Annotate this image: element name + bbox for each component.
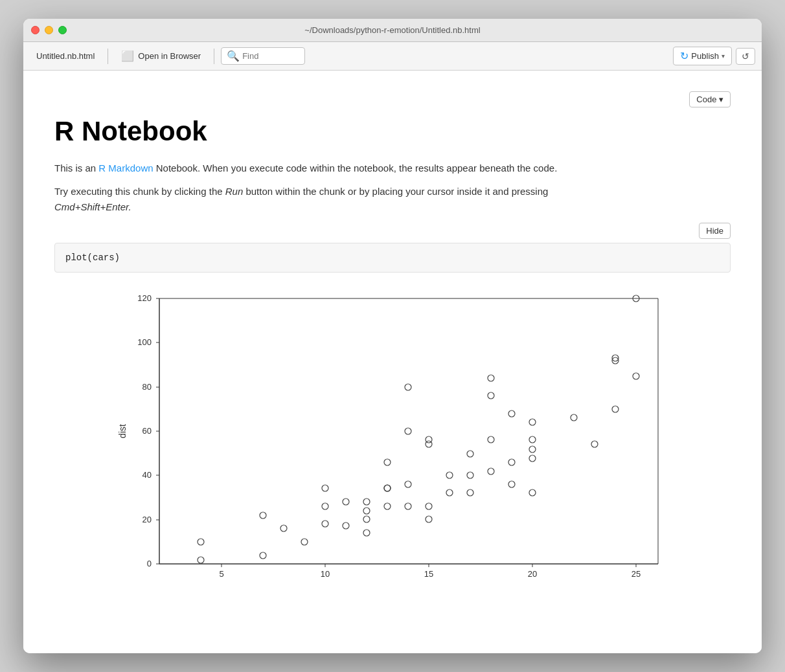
- svg-point-59: [467, 472, 473, 478]
- notebook-title: R Notebook: [54, 115, 731, 148]
- traffic-lights: [31, 26, 67, 34]
- svg-point-34: [301, 539, 308, 545]
- svg-point-68: [529, 489, 536, 496]
- svg-point-62: [488, 436, 494, 443]
- svg-text:40: 40: [142, 470, 152, 480]
- svg-point-67: [508, 410, 515, 417]
- search-input[interactable]: [242, 51, 299, 61]
- svg-text:20: 20: [142, 515, 152, 524]
- svg-point-73: [571, 414, 577, 421]
- svg-point-41: [363, 516, 370, 522]
- svg-point-49: [405, 481, 411, 487]
- svg-point-30: [198, 539, 204, 545]
- svg-point-53: [426, 503, 432, 510]
- svg-point-55: [426, 436, 432, 443]
- svg-point-37: [322, 485, 328, 491]
- file-tab[interactable]: Untitled.nb.html: [30, 49, 101, 63]
- svg-text:60: 60: [142, 426, 152, 436]
- svg-text:80: 80: [142, 382, 152, 392]
- svg-text:100: 100: [137, 337, 152, 347]
- svg-point-57: [446, 472, 453, 478]
- app-window: ~/Downloads/python-r-emotion/Untitled.nb…: [23, 19, 762, 653]
- publish-button[interactable]: ↻ Publish ▾: [673, 47, 732, 65]
- svg-text:10: 10: [321, 569, 330, 579]
- search-box[interactable]: 🔍: [221, 47, 305, 65]
- svg-text:120: 120: [137, 293, 152, 303]
- svg-text:15: 15: [424, 569, 433, 579]
- svg-point-35: [322, 521, 328, 527]
- svg-point-36: [322, 503, 328, 510]
- publish-label: Publish: [691, 51, 719, 61]
- svg-point-70: [529, 446, 536, 453]
- svg-point-50: [405, 428, 411, 434]
- svg-point-33: [280, 525, 287, 532]
- notebook-content: Code ▾ R Notebook This is an R Markdown …: [23, 71, 762, 653]
- svg-point-71: [529, 436, 536, 443]
- hide-button[interactable]: Hide: [699, 223, 731, 239]
- code-block: plot(cars): [54, 243, 731, 273]
- toolbar: Untitled.nb.html ⬜ Open in Browser 🔍 ↻ P…: [23, 42, 762, 71]
- svg-point-38: [343, 522, 349, 529]
- svg-point-48: [405, 503, 411, 510]
- svg-point-60: [467, 451, 473, 457]
- chart-container: 0 20 40 60 80 100: [54, 286, 731, 596]
- svg-point-74: [591, 441, 598, 447]
- svg-point-44: [384, 503, 391, 510]
- svg-point-63: [488, 392, 494, 399]
- code-button[interactable]: Code ▾: [689, 91, 731, 107]
- svg-text:dist: dist: [117, 424, 128, 438]
- code-text: plot(cars): [65, 252, 120, 263]
- window-title: ~/Downloads/python-r-emotion/Untitled.nb…: [304, 25, 480, 35]
- search-icon: 🔍: [227, 50, 240, 62]
- svg-text:25: 25: [631, 569, 641, 579]
- svg-point-66: [508, 459, 515, 465]
- svg-point-65: [508, 481, 515, 487]
- hide-btn-row: Hide: [54, 223, 731, 239]
- svg-text:20: 20: [528, 569, 537, 579]
- svg-point-43: [363, 498, 370, 505]
- svg-text:0: 0: [147, 559, 152, 568]
- svg-point-52: [426, 516, 432, 522]
- svg-point-56: [446, 489, 453, 496]
- chart-wrapper: 0 20 40 60 80 100: [61, 286, 724, 596]
- shortcut-italic: Cmd+Shift+Enter.: [54, 201, 131, 212]
- svg-point-69: [529, 455, 536, 462]
- svg-point-31: [260, 552, 266, 559]
- publish-icon: ↻: [680, 50, 688, 62]
- publish-dropdown-arrow: ▾: [722, 52, 725, 60]
- scatter-plot: 0 20 40 60 80 100: [114, 286, 671, 596]
- svg-point-42: [363, 508, 370, 514]
- svg-point-39: [343, 498, 349, 505]
- toolbar-divider-2: [214, 49, 214, 64]
- svg-point-75: [612, 406, 619, 412]
- code-btn-row: Code ▾: [54, 91, 731, 107]
- open-browser-label: Open in Browser: [138, 51, 201, 61]
- svg-point-72: [529, 419, 536, 425]
- minimize-button[interactable]: [45, 26, 53, 34]
- svg-point-29: [198, 557, 204, 563]
- maximize-button[interactable]: [58, 26, 67, 34]
- intro-paragraph-1: This is an R Markdown Notebook. When you…: [54, 161, 731, 176]
- svg-point-47: [384, 459, 391, 465]
- svg-text:5: 5: [219, 569, 223, 579]
- close-button[interactable]: [31, 26, 40, 34]
- svg-point-40: [363, 530, 370, 536]
- svg-point-32: [260, 512, 266, 519]
- refresh-button[interactable]: ↺: [736, 48, 755, 65]
- svg-point-46: [384, 485, 391, 491]
- run-italic: Run: [225, 186, 244, 197]
- svg-point-61: [488, 468, 494, 475]
- r-markdown-link[interactable]: R Markdown: [98, 162, 153, 174]
- refresh-icon: ↺: [742, 51, 749, 62]
- browser-icon: ⬜: [121, 50, 134, 62]
- svg-point-51: [405, 384, 411, 390]
- intro-paragraph-2: Try executing this chunk by clicking the…: [54, 184, 731, 215]
- svg-point-58: [467, 489, 473, 496]
- titlebar: ~/Downloads/python-r-emotion/Untitled.nb…: [23, 19, 762, 42]
- open-in-browser-button[interactable]: ⬜ Open in Browser: [115, 47, 207, 65]
- svg-point-78: [633, 373, 639, 379]
- toolbar-divider: [108, 49, 108, 64]
- svg-point-64: [488, 375, 494, 381]
